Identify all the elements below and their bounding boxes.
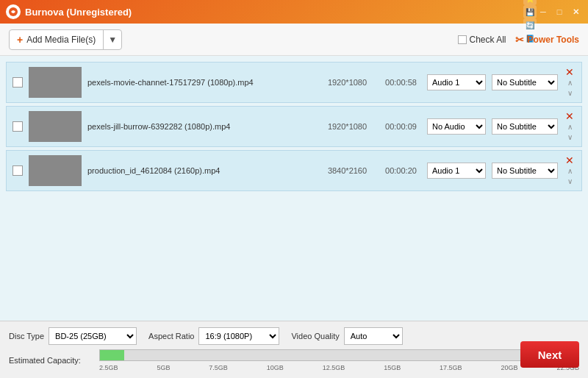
subtitle-select-2[interactable]: No Subtitle Subtitle 1 (492, 118, 558, 135)
row-checkbox-2[interactable] (12, 121, 23, 132)
capacity-fill (100, 350, 124, 360)
duration-1: 00:00:58 (381, 78, 421, 87)
row-checkbox-1[interactable] (12, 77, 23, 88)
video-quality-select[interactable]: Auto High Medium Low (344, 327, 403, 345)
filename-3: production_id_4612084 (2160p).mp4 (87, 166, 314, 175)
disc-type-label: Disc Type (9, 332, 44, 340)
tick-4: 12.5GB (323, 364, 345, 371)
add-media-main[interactable]: + Add Media File(s) (10, 30, 104, 49)
subtitle-select-1[interactable]: No Subtitle Subtitle 1 (492, 74, 558, 90)
tick-0: 2.5GB (99, 364, 118, 371)
power-icon: ✂ (515, 34, 524, 46)
check-all-label: Check All (470, 35, 506, 45)
check-all-checkbox[interactable] (458, 35, 467, 44)
minimize-button[interactable]: ─ (537, 5, 550, 18)
aspect-ratio-group: Aspect Ratio 16:9 (1080P) 4:3 16:9 (720P… (148, 327, 279, 345)
power-tools-button[interactable]: ✂ Power Tools (515, 34, 579, 46)
row-actions-2: ✕ ∧ ∨ (564, 111, 576, 142)
filename-2: pexels-jill-burrow-6392282 (1080p).mp4 (87, 122, 314, 131)
duration-2: 00:00:09 (381, 122, 421, 131)
move-up-button-3[interactable]: ∧ (567, 167, 573, 176)
tray-icon-2[interactable]: ⭐ (523, 0, 537, 5)
audio-select-1[interactable]: Audio 1 No Audio (427, 74, 486, 90)
thumbnail-1 (29, 67, 82, 98)
move-down-button-1[interactable]: ∨ (567, 89, 573, 98)
tray-icon-4[interactable]: 🔄 (523, 18, 537, 32)
capacity-label: Estimated Capacity: (9, 356, 93, 365)
add-media-dropdown[interactable]: ▼ (104, 30, 121, 49)
resolution-1: 1920*1080 (320, 78, 375, 87)
media-list: pexels-movie-channet-17517297 (1080p).mp… (0, 56, 588, 321)
capacity-ticks: 2.5GB 5GB 7.5GB 10GB 12.5GB 15GB 17.5GB … (99, 364, 579, 371)
app-title: Burnova (Unregistered) (25, 7, 523, 18)
table-row: production_id_4612084 (2160p).mp4 3840*2… (6, 150, 582, 191)
next-button[interactable]: Next (520, 341, 579, 368)
tick-7: 20GB (501, 364, 517, 371)
thumbnail-3 (29, 155, 82, 186)
audio-select-3[interactable]: Audio 1 No Audio (427, 163, 486, 179)
tray-icon-3[interactable]: 💾 (523, 5, 537, 18)
resolution-3: 3840*2160 (320, 166, 375, 175)
delete-button-3[interactable]: ✕ (565, 155, 574, 165)
add-media-label: Add Media File(s) (26, 35, 96, 45)
tick-1: 5GB (157, 364, 170, 371)
table-row: pexels-movie-channet-17517297 (1080p).mp… (6, 62, 582, 103)
window-controls: ─ □ ✕ (537, 5, 582, 18)
delete-button-2[interactable]: ✕ (565, 111, 574, 121)
row-checkbox-3[interactable] (12, 165, 23, 176)
move-up-button-1[interactable]: ∧ (567, 79, 573, 88)
tick-3: 10GB (267, 364, 284, 371)
table-row: pexels-jill-burrow-6392282 (1080p).mp4 1… (6, 106, 582, 147)
close-button[interactable]: ✕ (569, 5, 582, 18)
titlebar: Burnova (Unregistered) 🛒 ⭐ 💾 🔄 📘 ─ □ ✕ (0, 0, 588, 24)
move-down-button-3[interactable]: ∨ (567, 177, 573, 186)
check-all[interactable]: Check All (458, 35, 506, 45)
disc-type-group: Disc Type BD-25 (25GB) BD-50 (50GB) DVD-… (9, 327, 137, 345)
add-media-button[interactable]: + Add Media File(s) ▼ (9, 29, 122, 50)
tick-2: 7.5GB (209, 364, 228, 371)
audio-select-2[interactable]: No Audio Audio 1 (427, 118, 486, 135)
subtitle-select-3[interactable]: No Subtitle Subtitle 1 (492, 163, 558, 179)
resolution-2: 1920*1080 (320, 122, 375, 131)
video-quality-label: Video Quality (291, 332, 339, 340)
duration-3: 00:00:20 (381, 166, 421, 175)
filename-1: pexels-movie-channet-17517297 (1080p).mp… (87, 78, 314, 87)
aspect-ratio-label: Aspect Ratio (148, 332, 194, 340)
row-actions-3: ✕ ∧ ∨ (564, 155, 576, 186)
toolbar-right: Check All ✂ Power Tools (458, 34, 579, 46)
add-icon: + (17, 34, 23, 46)
disc-type-select[interactable]: BD-25 (25GB) BD-50 (50GB) DVD-5 (4.7GB) … (49, 327, 137, 345)
bottom-controls: Disc Type BD-25 (25GB) BD-50 (50GB) DVD-… (9, 327, 579, 345)
maximize-button[interactable]: □ (553, 5, 566, 18)
power-tools-label: Power Tools (528, 35, 579, 45)
app-logo (6, 4, 21, 19)
row-actions-1: ✕ ∧ ∨ (564, 67, 576, 98)
aspect-ratio-select[interactable]: 16:9 (1080P) 4:3 16:9 (720P) (198, 327, 279, 345)
thumbnail-2 (29, 111, 82, 142)
bottombar: Disc Type BD-25 (25GB) BD-50 (50GB) DVD-… (0, 321, 588, 378)
capacity-row: Estimated Capacity: 2.5GB 5GB 7.5GB 10GB… (9, 349, 579, 371)
tick-6: 17.5GB (440, 364, 462, 371)
move-up-button-2[interactable]: ∧ (567, 123, 573, 132)
tick-5: 15GB (384, 364, 401, 371)
delete-button-1[interactable]: ✕ (565, 67, 574, 77)
move-down-button-2[interactable]: ∨ (567, 133, 573, 142)
video-quality-group: Video Quality Auto High Medium Low (291, 327, 402, 345)
capacity-bar (99, 349, 579, 361)
toolbar: + Add Media File(s) ▼ Check All ✂ Power … (0, 24, 588, 56)
